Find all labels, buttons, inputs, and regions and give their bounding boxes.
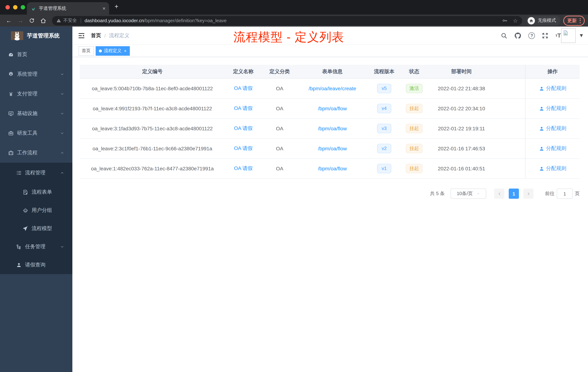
cell-filler xyxy=(496,119,525,139)
sidebar-item-label: 基础设施 xyxy=(17,110,37,117)
avatar-dropdown-caret-icon[interactable]: ▼ xyxy=(580,33,583,38)
assign-rule-link[interactable]: 分配规则 xyxy=(539,105,566,112)
address-bar[interactable]: 不安全 dashboard.yudao.iocoder.cn /bpm/mana… xyxy=(52,16,522,25)
page-size-select[interactable]: 10条/页 xyxy=(451,188,486,199)
sidebar-item-infra[interactable]: 基础设施 xyxy=(0,104,72,123)
forward-icon[interactable]: → xyxy=(17,18,23,23)
header-filler xyxy=(496,65,525,79)
sidebar-item-label: 流程管理 xyxy=(25,170,45,176)
security-label[interactable]: 不安全 xyxy=(63,17,77,24)
definition-table: 定义编号定义名称定义分类表单信息流程版本状态部署时间操作oa_leave:5:0… xyxy=(80,65,580,179)
sidebar-logo[interactable]: 芋道管理系统 xyxy=(0,27,72,45)
tag-process-definition[interactable]: 流程定义 × xyxy=(96,46,130,55)
cell-process-version: v5 xyxy=(367,79,401,99)
cell-actions: 分配规则 xyxy=(525,159,580,179)
form-info-link[interactable]: /bpm/oa/leave/create xyxy=(309,86,356,91)
form-info-link[interactable]: /bpm/oa/flow xyxy=(318,166,347,171)
total-count: 共 5 条 xyxy=(430,190,445,197)
definition-name-link[interactable]: OA 请假 xyxy=(234,85,253,92)
sidebar-item-system[interactable]: 系统管理 xyxy=(0,65,72,84)
fullscreen-icon[interactable] xyxy=(542,32,548,39)
search-icon[interactable] xyxy=(501,32,507,39)
assign-rule-link[interactable]: 分配规则 xyxy=(539,85,566,92)
sidebar-item-workflow[interactable]: 工作流程 xyxy=(0,143,72,163)
tag-close-icon[interactable]: × xyxy=(124,49,126,53)
cell-definition-name: OA 请假 xyxy=(225,79,262,99)
page-size-value: 10条/页 xyxy=(457,190,473,197)
new-tab-button[interactable]: + xyxy=(115,3,118,11)
cell-definition-category: OA xyxy=(262,99,298,119)
form-info-link[interactable]: /bpm/oa/flow xyxy=(318,106,347,111)
sidebar-toggle-icon[interactable] xyxy=(78,32,85,39)
browser-tab-strip: 芋道管理系统 × + xyxy=(0,0,588,15)
status-badge: 挂起 xyxy=(406,104,422,113)
assign-rule-label: 分配规则 xyxy=(546,125,566,132)
assign-rule-label: 分配规则 xyxy=(546,165,566,172)
tag-home[interactable]: 首页 xyxy=(79,46,94,55)
back-icon[interactable]: ← xyxy=(6,18,12,23)
definition-name-link[interactable]: OA 请假 xyxy=(234,125,253,132)
definition-table-wrap: 定义编号定义名称定义分类表单信息流程版本状态部署时间操作oa_leave:5:0… xyxy=(80,65,580,179)
minimize-window-button[interactable] xyxy=(13,5,17,10)
sidebar-item-process-model[interactable]: 流程模型 xyxy=(0,219,72,238)
menu-dots-icon[interactable] xyxy=(580,18,581,23)
definition-name-link[interactable]: OA 请假 xyxy=(234,165,253,172)
sidebar-item-user-group[interactable]: 用户分组 xyxy=(0,201,72,219)
sidebar-item-task-mgmt[interactable]: 任务管理 xyxy=(0,238,72,256)
cell-definition-name: OA 请假 xyxy=(225,139,262,159)
status-badge: 挂起 xyxy=(406,124,422,133)
assign-rule-link[interactable]: 分配规则 xyxy=(539,145,566,152)
sidebar-item-devtools[interactable]: 研发工具 xyxy=(0,123,72,143)
sidebar-item-process-mgmt[interactable]: 流程管理 xyxy=(0,163,72,183)
cell-status: 挂起 xyxy=(401,139,427,159)
user-icon xyxy=(539,166,544,171)
assign-rule-link[interactable]: 分配规则 xyxy=(539,125,566,132)
prev-page-button[interactable] xyxy=(494,188,504,199)
broken-image-icon xyxy=(562,30,568,36)
breadcrumb-current: 流程定义 xyxy=(109,32,129,39)
maximize-window-button[interactable] xyxy=(21,5,25,10)
goto-page-input[interactable] xyxy=(557,188,573,199)
sidebar-item-label: 支付管理 xyxy=(17,91,37,97)
sidebar-item-leave-query[interactable]: 请假查询 xyxy=(0,256,72,274)
tab-close-icon[interactable]: × xyxy=(103,6,105,11)
browser-tab[interactable]: 芋道管理系统 × xyxy=(27,2,109,15)
font-size-icon[interactable]: тT xyxy=(556,33,561,38)
next-page-button[interactable] xyxy=(523,188,534,199)
cell-form-info: /bpm/oa/flow xyxy=(298,99,367,119)
sidebar-item-process-form[interactable]: 流程表单 xyxy=(0,183,72,201)
sidebar-item-home[interactable]: 首页 xyxy=(0,45,72,65)
chevron-down-icon xyxy=(476,192,480,196)
sidebar-item-payment[interactable]: ¥支付管理 xyxy=(0,84,72,104)
breadcrumb-home[interactable]: 首页 xyxy=(91,32,101,39)
chrome-update-button[interactable]: 更新 xyxy=(563,15,585,26)
close-window-button[interactable] xyxy=(5,5,10,10)
form-info-link[interactable]: /bpm/oa/flow xyxy=(318,146,347,152)
reload-icon[interactable] xyxy=(29,18,34,23)
definition-name-link[interactable]: OA 请假 xyxy=(234,105,253,112)
key-icon[interactable] xyxy=(502,18,507,23)
cell-definition-id: oa_leave:3:1fad3d93-7b75-11ec-a3c8-acde4… xyxy=(80,119,225,139)
cell-deploy-time: 2022-01-16 17:46:53 xyxy=(427,139,496,159)
version-badge: v3 xyxy=(377,124,391,133)
sidebar-item-label: 工作流程 xyxy=(17,150,37,156)
column-header: 定义分类 xyxy=(262,65,298,79)
avatar[interactable] xyxy=(561,28,576,43)
update-label: 更新 xyxy=(567,17,577,24)
column-header: 定义名称 xyxy=(225,65,262,79)
cell-actions: 分配规则 xyxy=(525,119,580,139)
github-icon[interactable] xyxy=(514,32,522,39)
current-page-button[interactable]: 1 xyxy=(509,188,519,199)
user-icon xyxy=(539,86,544,91)
form-info-link[interactable]: /bpm/oa/flow xyxy=(318,126,347,131)
user-icon xyxy=(16,262,22,268)
home-icon[interactable] xyxy=(40,18,46,23)
breadcrumb-separator: / xyxy=(104,33,106,38)
help-icon[interactable]: ? xyxy=(529,32,535,39)
logo-avatar xyxy=(11,31,23,40)
cell-actions: 分配规则 xyxy=(525,139,580,159)
assign-rule-link[interactable]: 分配规则 xyxy=(539,165,566,172)
definition-name-link[interactable]: OA 请假 xyxy=(234,145,253,152)
bookmark-star-icon[interactable]: ☆ xyxy=(513,17,518,24)
list-icon xyxy=(16,170,22,176)
